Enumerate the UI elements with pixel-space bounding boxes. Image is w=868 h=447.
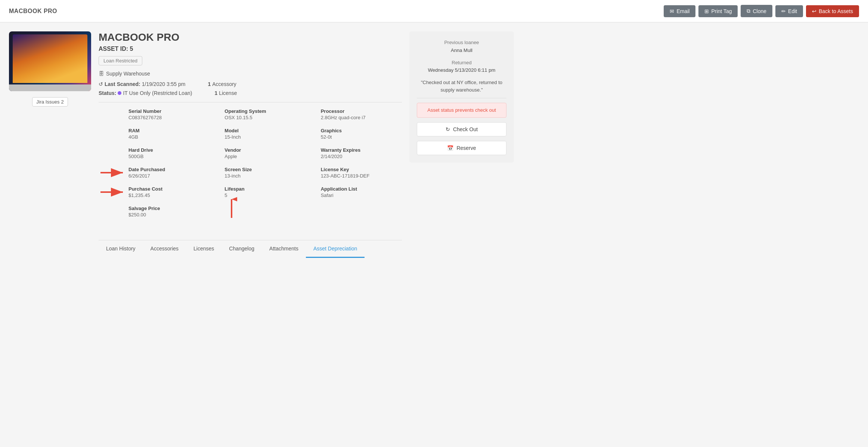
license-count: 1 License <box>214 90 237 96</box>
print-tag-button[interactable]: ⊞ Print Tag <box>698 5 738 17</box>
edit-icon: ✏ <box>781 8 786 14</box>
spec-ram: RAM 4GB <box>128 128 210 140</box>
spec-purchase-cost: Purchase Cost $1,235.45 <box>128 186 210 198</box>
tab-loan-history[interactable]: Loan History <box>99 240 143 258</box>
back-to-assets-button[interactable]: ↩ Back to Assets <box>806 5 859 17</box>
asset-image <box>9 31 91 91</box>
center-panel: MACBOOK PRO ASSET ID: 5 Loan Restricted … <box>99 31 402 258</box>
checkout-button[interactable]: ↻ Check Out <box>417 122 506 136</box>
left-panel: Jira Issues 2 <box>9 31 91 258</box>
spec-license-key: License Key 123-ABC-171819-DEF <box>321 167 402 179</box>
meta-row-1: ↺ Last Scanned: 1/19/2020 3:55 pm 1 Acce… <box>99 81 402 87</box>
jira-label: Jira Issues <box>36 99 59 105</box>
laptop-screen <box>13 34 87 83</box>
print-icon: ⊞ <box>704 8 709 14</box>
spec-processor: Processor 2.8GHz quad-core i7 <box>321 108 402 120</box>
spec-hard-drive: Hard Drive 500GB <box>128 147 210 159</box>
spec-date-purchased: Date Purchased 6/26/2017 <box>128 167 210 179</box>
edit-button[interactable]: ✏ Edit <box>775 5 803 17</box>
arrow-right-cost <box>100 186 127 198</box>
asset-name: MACBOOK PRO <box>99 31 402 43</box>
meta-row-2: Status: IT Use Only (Restricted Loan) 1 … <box>99 90 402 96</box>
spec-warranty: Warranty Expires 2/14/2020 <box>321 147 402 159</box>
specs-grid: Serial Number C08376276728 Operating Sys… <box>99 108 402 218</box>
tab-asset-depreciation[interactable]: Asset Depreciation <box>306 240 365 258</box>
status-dot <box>118 91 121 95</box>
clone-button[interactable]: ⧉ Clone <box>741 5 772 17</box>
returned-section: Returned Wednesday 5/13/2020 6:11 pm <box>417 59 506 75</box>
returned-date: Wednesday 5/13/2020 6:11 pm <box>417 67 506 74</box>
accessory-count: 1 Accessory <box>208 81 236 87</box>
tab-licenses[interactable]: Licenses <box>186 240 221 258</box>
sidebar-divider <box>417 98 506 98</box>
spec-os: Operating System OSX 10.15.5 <box>224 108 306 120</box>
clone-icon: ⧉ <box>747 8 750 14</box>
arrow-up-lifespan <box>226 196 237 219</box>
scan-icon: ↺ <box>99 81 103 87</box>
spec-salvage-price: Salvage Price $250.00 <box>128 206 210 218</box>
previous-loanee-section: Previous loanee Anna Mull <box>417 39 506 55</box>
returned-label: Returned <box>417 59 506 67</box>
previous-loanee-value: Anna Mull <box>417 47 506 55</box>
jira-badge[interactable]: Jira Issues 2 <box>32 97 68 107</box>
main-content: Jira Issues 2 MACBOOK PRO ASSET ID: 5 Lo… <box>0 22 523 267</box>
email-button[interactable]: ✉ Email <box>664 5 695 17</box>
spec-vendor: Vendor Apple <box>224 147 306 159</box>
location-icon: 🗄 <box>99 71 104 77</box>
divider <box>99 102 402 102</box>
jira-count: 2 <box>61 99 63 105</box>
spec-model: Model 15-Inch <box>224 128 306 140</box>
location-row: 🗄 Supply Warehouse <box>99 71 402 77</box>
right-sidebar: Previous loanee Anna Mull Returned Wedne… <box>409 31 514 163</box>
spec-lifespan: Lifespan 5 <box>224 186 306 198</box>
header-actions: ✉ Email ⊞ Print Tag ⧉ Clone ✏ Edit ↩ Bac… <box>664 5 859 17</box>
arrow-right-date <box>100 167 127 178</box>
reserve-button[interactable]: 📅 Reserve <box>417 141 506 155</box>
back-icon: ↩ <box>812 8 816 14</box>
status-row: Status: IT Use Only (Restricted Loan) <box>99 90 192 96</box>
spec-application-list: Application List Safari <box>321 186 402 198</box>
tab-accessories[interactable]: Accessories <box>143 240 186 258</box>
alert-box: Asset status prevents check out <box>417 103 506 118</box>
tab-attachments[interactable]: Attachments <box>262 240 306 258</box>
sidebar-quote: "Checked out at NY office, returned to s… <box>417 79 506 93</box>
previous-loanee-label: Previous loanee <box>417 39 506 47</box>
spec-screen-size: Screen Size 13-inch <box>224 167 306 179</box>
spec-graphics: Graphics 52-0t <box>321 128 402 140</box>
email-icon: ✉ <box>670 8 674 14</box>
loan-status-badge: Loan Restricted <box>99 56 142 65</box>
calendar-icon: 📅 <box>447 145 453 151</box>
laptop-base <box>9 84 91 91</box>
last-scanned: ↺ Last Scanned: 1/19/2020 3:55 pm <box>99 81 185 87</box>
asset-id: ASSET ID: 5 <box>99 46 402 52</box>
location-value: Supply Warehouse <box>106 71 150 77</box>
tabs: Loan History Accessories Licenses Change… <box>99 240 402 258</box>
spec-serial-number: Serial Number C08376276728 <box>128 108 210 120</box>
page-title: MACBOOK PRO <box>9 8 57 15</box>
tab-changelog[interactable]: Changelog <box>221 240 262 258</box>
checkout-icon: ↻ <box>446 126 450 132</box>
page-header: MACBOOK PRO ✉ Email ⊞ Print Tag ⧉ Clone … <box>0 0 868 22</box>
